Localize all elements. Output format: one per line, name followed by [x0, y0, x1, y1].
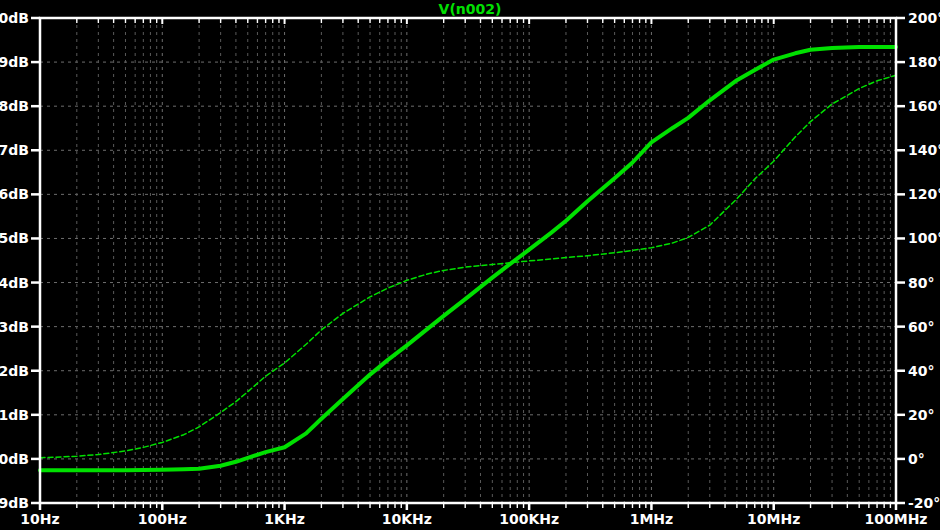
plot-border: [40, 18, 896, 503]
y-right-label: 180°: [908, 54, 940, 70]
magnitude-trace[interactable]: [40, 47, 896, 470]
y-left-label: -54dB: [0, 275, 29, 291]
y-left-label: -36dB: [0, 186, 29, 202]
x-axis-label: 10MHz: [747, 511, 800, 527]
bode-plot[interactable]: 10Hz100Hz1KHz10KHz100KHz1MHz10MHz100MHz0…: [0, 0, 940, 530]
y-left-label: -18dB: [0, 98, 29, 114]
y-right-label: 120°: [908, 186, 940, 202]
x-axis-label: 1MHz: [630, 511, 674, 527]
y-right-label: 140°: [908, 142, 940, 158]
y-left-label: -27dB: [0, 142, 29, 158]
y-left-label: -9dB: [0, 54, 29, 70]
x-axis-label: 100KHz: [499, 511, 559, 527]
y-right-label: 80°: [908, 275, 934, 291]
y-right-label: 100°: [908, 230, 940, 246]
x-axis-label: 1KHz: [264, 511, 304, 527]
y-right-label: 40°: [908, 363, 934, 379]
waveform-viewer-panel: V(n002) 10Hz100Hz1KHz10KHz100KHz1MHz10MH…: [0, 0, 940, 530]
y-left-label: -63dB: [0, 319, 29, 335]
x-axis-label: 10KHz: [382, 511, 432, 527]
y-right-label: -20°: [908, 495, 940, 511]
x-axis-label: 10Hz: [20, 511, 59, 527]
y-left-label: -81dB: [0, 407, 29, 423]
y-left-label: -90dB: [0, 451, 29, 467]
y-right-label: 0°: [908, 451, 925, 467]
x-axis-label: 100MHz: [864, 511, 927, 527]
y-right-label: 60°: [908, 319, 934, 335]
x-axis-label: 100Hz: [138, 511, 187, 527]
phase-trace[interactable]: [40, 75, 896, 458]
y-right-label: 20°: [908, 407, 934, 423]
trace-label[interactable]: V(n002): [0, 1, 940, 17]
y-right-label: 160°: [908, 98, 940, 114]
y-left-label: -45dB: [0, 230, 29, 246]
y-left-label: -72dB: [0, 363, 29, 379]
y-left-label: -99dB: [0, 495, 29, 511]
